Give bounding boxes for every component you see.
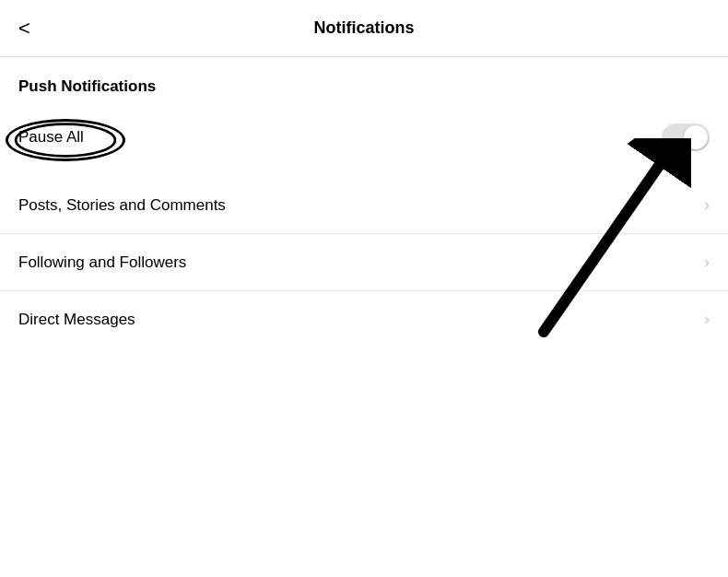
pause-all-label-wrapper: Pause All (18, 128, 84, 147)
back-button[interactable]: < (18, 17, 30, 41)
chevron-icon: › (704, 253, 710, 272)
page-title: Notifications (313, 18, 414, 38)
menu-row-following[interactable]: Following and Followers › (0, 233, 728, 290)
header: < Notifications (0, 0, 728, 57)
chevron-icon: › (704, 195, 710, 215)
menu-list: Posts, Stories and Comments › Following … (0, 177, 728, 347)
menu-row-direct-messages[interactable]: Direct Messages › (0, 290, 728, 347)
pause-all-label: Pause All (18, 128, 84, 146)
menu-row-label: Following and Followers (18, 253, 186, 272)
pause-all-row: Pause All (0, 107, 728, 168)
pause-all-toggle[interactable] (662, 124, 710, 151)
menu-row-posts[interactable]: Posts, Stories and Comments › (0, 177, 728, 233)
section-title-push-notifications: Push Notifications (0, 57, 728, 107)
menu-row-label: Direct Messages (18, 311, 135, 329)
content-area: Push Notifications Pause All Posts, Stor… (0, 57, 728, 347)
chevron-icon: › (704, 310, 710, 329)
menu-row-label: Posts, Stories and Comments (18, 196, 226, 215)
toggle-knob (684, 125, 708, 149)
